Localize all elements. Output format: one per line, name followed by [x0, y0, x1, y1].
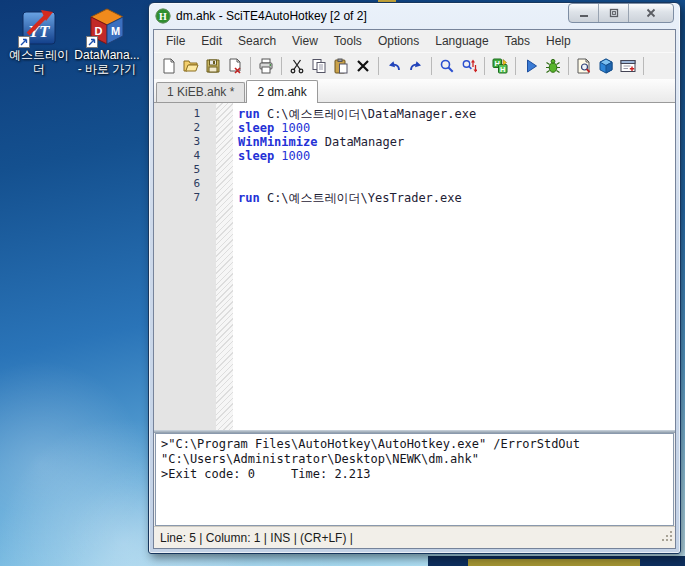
toolbar-button-copy[interactable] — [308, 55, 330, 77]
toolbar-button-switch-file[interactable]: HH — [489, 55, 511, 77]
editor-line: 1run C:\예스트레이더\DataManager.exe — [154, 107, 675, 121]
window-title: dm.ahk - SciTE4AutoHotkey [2 of 2] — [176, 9, 563, 23]
minimize-button[interactable] — [569, 4, 598, 22]
toolbar: HH — [154, 52, 675, 79]
resize-grip-icon[interactable] — [661, 528, 673, 546]
shortcut-arrow-icon — [86, 34, 98, 46]
toolbar-separator — [515, 57, 516, 75]
editor-line: 4sleep 1000 — [154, 149, 675, 163]
cut-icon — [289, 58, 305, 74]
menu-file[interactable]: File — [158, 31, 193, 51]
statusbar: Line: 5 | Column: 1 | INS | (CR+LF) | — [154, 526, 675, 548]
output-pane[interactable]: >"C:\Program Files\AutoHotkey\AutoHotkey… — [155, 433, 674, 526]
menu-language[interactable]: Language — [427, 31, 496, 51]
svg-text:M: M — [111, 25, 120, 37]
find-icon — [439, 58, 455, 74]
toolbar-button-cut[interactable] — [286, 55, 308, 77]
shortcut-arrow-icon — [18, 34, 30, 46]
menu-edit[interactable]: Edit — [193, 31, 230, 51]
editor[interactable]: 1run C:\예스트레이더\DataManager.exe2sleep 100… — [154, 103, 675, 430]
toolbar-button-help-search[interactable] — [573, 55, 595, 77]
scite4autohotkey-icon: H — [155, 8, 171, 24]
toolbar-button-undo[interactable] — [383, 55, 405, 77]
fold-margin — [216, 149, 233, 163]
new-file-icon — [161, 58, 177, 74]
toolbar-button-find[interactable] — [436, 55, 458, 77]
menubar: FileEditSearchViewToolsOptionsLanguageTa… — [154, 30, 675, 52]
fold-margin — [216, 191, 233, 205]
output-line: >Exit code: 0 Time: 2.213 — [161, 467, 668, 482]
datamanager-icon: D M — [88, 6, 126, 46]
code-text: run C:\예스트레이더\DataManager.exe — [233, 107, 476, 121]
minimize-icon — [579, 8, 589, 18]
fold-margin — [216, 163, 233, 177]
toolbar-button-replace[interactable] — [458, 55, 480, 77]
tab-2-dm-ahk[interactable]: 2 dm.ahk — [246, 80, 317, 103]
save-file-icon — [205, 58, 221, 74]
restore-button[interactable] — [598, 4, 628, 22]
toolbar-button-new-file[interactable] — [158, 55, 180, 77]
background-window-sliver-olive — [468, 559, 640, 566]
toolbar-button-run[interactable] — [520, 55, 542, 77]
toolbar-button-redo[interactable] — [405, 55, 427, 77]
svg-text:H: H — [159, 11, 167, 22]
editor-line: 3WinMinimize DataManager — [154, 135, 675, 149]
toolbar-button-close-file[interactable] — [224, 55, 246, 77]
switch-file-icon: HH — [492, 58, 508, 74]
fold-margin — [216, 135, 233, 149]
menu-tabs[interactable]: Tabs — [497, 31, 538, 51]
window-client: FileEditSearchViewToolsOptionsLanguageTa… — [153, 29, 676, 549]
fold-margin — [216, 107, 233, 121]
toolbar-button-save-file[interactable] — [202, 55, 224, 77]
debug-icon — [545, 58, 561, 74]
close-button[interactable] — [628, 4, 673, 22]
code-text: sleep 1000 — [233, 149, 310, 163]
print-icon — [258, 58, 274, 74]
toolbar-button-paste[interactable] — [330, 55, 352, 77]
toolbar-button-delete[interactable] — [352, 55, 374, 77]
desktop-icon-label: DataMana... - 바로 가기 — [74, 48, 140, 76]
editor-line: 6 — [154, 177, 675, 191]
replace-icon — [461, 58, 477, 74]
desktop: { "desktop": { "icons": [ { "id": "yestr… — [0, 0, 685, 566]
toolbar-separator — [281, 57, 282, 75]
toolbar-button-open-file[interactable] — [180, 55, 202, 77]
fold-margin — [216, 121, 233, 135]
editor-line: 7run C:\예스트레이더\YesTrader.exe — [154, 191, 675, 205]
menu-view[interactable]: View — [284, 31, 326, 51]
desktop-icon-label: 예스트레이 더 — [6, 48, 72, 76]
yestrader-icon: YT — [20, 6, 58, 46]
toolbar-separator — [484, 57, 485, 75]
desktop-icon-yestrader[interactable]: YT 예스트레이 더 — [6, 6, 72, 76]
line-number: 6 — [154, 177, 216, 191]
titlebar[interactable]: H dm.ahk - SciTE4AutoHotkey [2 of 2] — [153, 3, 676, 29]
status-text: Line: 5 | Column: 1 | INS | (CR+LF) | — [160, 531, 353, 545]
fold-margin — [216, 177, 233, 191]
code-text: sleep 1000 — [233, 121, 310, 135]
toolbar-button-debug[interactable] — [542, 55, 564, 77]
open-file-icon — [183, 58, 199, 74]
desktop-icon-datamanager[interactable]: D M DataMana... - 바로 가기 — [74, 6, 140, 76]
code-text: run C:\예스트레이더\YesTrader.exe — [233, 191, 462, 205]
toolbar-separator — [643, 57, 644, 75]
toolbar-button-print[interactable] — [255, 55, 277, 77]
menu-help[interactable]: Help — [538, 31, 579, 51]
undo-icon — [386, 58, 402, 74]
toolbar-button-cube[interactable] — [595, 55, 617, 77]
toolbar-button-gui-form[interactable] — [617, 55, 639, 77]
scite-window: H dm.ahk - SciTE4AutoHotkey [2 of 2] Fil… — [148, 2, 681, 554]
toolbar-separator — [250, 57, 251, 75]
run-icon — [523, 58, 539, 74]
menu-options[interactable]: Options — [370, 31, 427, 51]
menu-search[interactable]: Search — [230, 31, 284, 51]
output-line: >"C:\Program Files\AutoHotkey\AutoHotkey… — [161, 437, 668, 452]
line-number: 5 — [154, 163, 216, 177]
editor-line: 5 — [154, 163, 675, 177]
paste-icon — [333, 58, 349, 74]
cube-icon — [598, 58, 614, 74]
tab-1-kieb-ahk[interactable]: 1 KiEB.ahk * — [156, 82, 245, 103]
delete-icon — [355, 58, 371, 74]
menu-tools[interactable]: Tools — [326, 31, 370, 51]
copy-icon — [311, 58, 327, 74]
line-number: 2 — [154, 121, 216, 135]
